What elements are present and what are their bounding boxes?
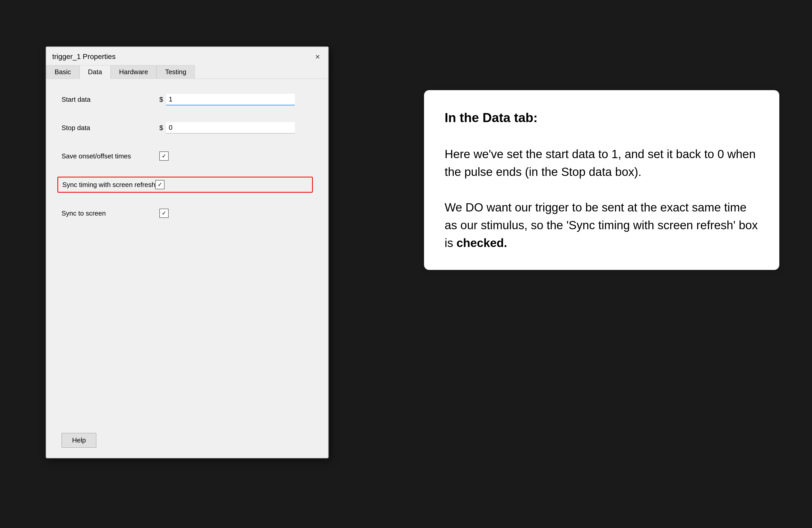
start-data-label: Start data [61, 96, 159, 103]
start-data-prefix: $ [159, 96, 163, 103]
sync-to-screen-label: Sync to screen [61, 210, 159, 217]
dialog-window: trigger_1 Properties × Basic Data Hardwa… [46, 46, 329, 458]
close-button[interactable]: × [313, 52, 322, 62]
sync-timing-row: Sync timing with screen refresh ✓ [57, 177, 313, 192]
sync-timing-checkbox-wrapper: ✓ [155, 180, 164, 189]
tab-basic[interactable]: Basic [46, 65, 79, 79]
save-onset-checkbox[interactable]: ✓ [159, 152, 169, 161]
tabs-container: Basic Data Hardware Testing [46, 65, 328, 79]
save-onset-label: Save onset/offset times [61, 152, 159, 160]
tab-data[interactable]: Data [79, 65, 111, 79]
tab-hardware[interactable]: Hardware [111, 65, 157, 79]
start-data-row: Start data $ [61, 92, 313, 107]
help-button[interactable]: Help [61, 433, 96, 448]
sync-timing-checkbox[interactable]: ✓ [155, 180, 164, 189]
sync-timing-label: Sync timing with screen refresh [62, 181, 155, 189]
dialog-footer: Help [46, 428, 328, 458]
sync-to-screen-checkbox-wrapper: ✓ [159, 209, 169, 218]
dialog-title: trigger_1 Properties [52, 53, 116, 61]
tab-testing[interactable]: Testing [157, 65, 194, 79]
sync-to-screen-row: Sync to screen ✓ [61, 205, 313, 221]
stop-data-label: Stop data [61, 124, 159, 132]
stop-data-prefix: $ [159, 124, 163, 132]
info-card-body1: Here we've set the start data to 1, and … [445, 147, 756, 179]
save-onset-row: Save onset/offset times ✓ [61, 148, 313, 164]
info-card-bold: checked. [456, 236, 507, 249]
stop-data-row: Stop data $ [61, 120, 313, 135]
info-card-text: In the Data tab: Here we've set the star… [445, 108, 759, 252]
info-card-heading: In the Data tab: [445, 111, 538, 125]
info-card: In the Data tab: Here we've set the star… [424, 90, 779, 270]
stop-data-input[interactable] [166, 122, 295, 133]
sync-to-screen-checkbox[interactable]: ✓ [159, 209, 169, 218]
dialog-titlebar: trigger_1 Properties × [46, 47, 328, 62]
save-onset-checkbox-wrapper: ✓ [159, 152, 169, 161]
start-data-input[interactable] [166, 94, 295, 105]
dialog-content: Start data $ Stop data $ Save onset/offs… [46, 79, 328, 428]
